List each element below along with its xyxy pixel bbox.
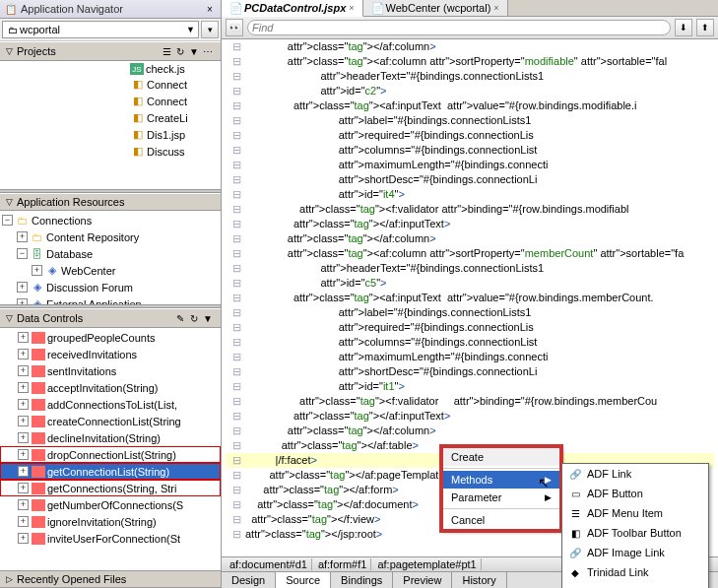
code-line[interactable]: ⊟ attr">maximumLength="#{bindings.connec…	[226, 350, 714, 364]
close-icon[interactable]: ×	[493, 3, 498, 13]
code-line[interactable]: ⊟ attr">maximumLength="#{bindings.connec…	[226, 158, 714, 172]
tree-item[interactable]: +◈External Application	[0, 295, 221, 304]
submenu-item[interactable]: 🔗ADF Image Link	[562, 543, 708, 562]
code-line[interactable]: ⊟ attr">class="tag"></af:inputText>	[226, 409, 714, 424]
expander-icon[interactable]: +	[18, 365, 29, 376]
code-line[interactable]: ⊟ attr">label="#{bindings.connectionList…	[226, 305, 714, 320]
data-control-item[interactable]: +createConnectionList(String	[0, 413, 221, 429]
code-line[interactable]: ⊟ attr">class="tag"><af:column attr">sor…	[226, 246, 714, 261]
app-resources-header[interactable]: ▽ Application Resources	[0, 193, 221, 211]
code-line[interactable]: ⊟ attr">columns="#{bindings.connectionLi…	[226, 143, 714, 158]
close-icon[interactable]: ×	[349, 3, 354, 13]
expander-icon[interactable]: −	[2, 215, 13, 226]
data-control-item[interactable]: +acceptInvitation(String)	[0, 379, 221, 396]
submenu-item[interactable]: ▭Trinidad Button	[562, 582, 708, 588]
close-icon[interactable]: ×	[203, 2, 217, 16]
data-controls-header[interactable]: ▽ Data Controls ✎ ↻ ▼	[0, 308, 221, 328]
data-control-item[interactable]: +ignoreInvitation(String)	[0, 513, 221, 530]
expander-icon[interactable]: +	[18, 399, 29, 410]
code-line[interactable]: ⊟ attr">class="tag"><f:validator attr">b…	[226, 394, 714, 409]
code-line[interactable]: ⊟ attr">class="tag"></af:inputText>	[226, 217, 714, 231]
data-control-item[interactable]: +getNumberOfConnections(S	[0, 496, 221, 513]
data-control-item[interactable]: +getConnections(String, Stri	[0, 480, 221, 496]
editor-tab[interactable]: 📄PCDataControl.jspx×	[222, 0, 363, 17]
path-segment[interactable]: af:pagetemplate#pt1	[373, 558, 481, 570]
app-resources-tree[interactable]: −🗀Connections+🗀Content Repository−🗄Datab…	[0, 211, 221, 304]
refresh-icon[interactable]: ↻	[187, 311, 201, 325]
view-tab-history[interactable]: History	[452, 572, 506, 588]
projects-tree[interactable]: JScheck.js◧Connect◧Connect◧CreateLi◧Dis1…	[0, 61, 221, 189]
view-tab-bindings[interactable]: Bindings	[331, 572, 393, 588]
tree-item[interactable]: ◧CreateLi	[0, 109, 221, 126]
data-controls-tree[interactable]: +groupedPeopleCounts+receivedInvitations…	[0, 328, 221, 570]
tree-item[interactable]: ◧Connect	[0, 76, 221, 93]
expander-icon[interactable]: +	[17, 231, 28, 242]
data-control-item[interactable]: +groupedPeopleCounts	[0, 329, 221, 346]
refresh-icon[interactable]: ↻	[173, 44, 187, 58]
expander-icon[interactable]: +	[18, 483, 29, 493]
code-line[interactable]: ⊟ attr">class="tag"></af:column>	[226, 231, 714, 246]
tree-item[interactable]: ◧Connect	[0, 93, 221, 109]
find-input[interactable]	[252, 22, 666, 33]
funnel-icon[interactable]: ▼	[187, 44, 201, 58]
tree-item[interactable]: ◧Discuss	[0, 143, 221, 160]
view-tab-source[interactable]: Source	[276, 572, 331, 588]
view-tab-design[interactable]: Design	[222, 572, 276, 588]
code-line[interactable]: ⊟ attr">label="#{bindings.connectionList…	[226, 113, 714, 128]
nav-up-icon[interactable]: ⬆	[696, 19, 714, 36]
expander-icon[interactable]: +	[18, 382, 29, 393]
expander-icon[interactable]: +	[18, 533, 29, 544]
data-control-item[interactable]: +declineInvitation(String)	[0, 429, 221, 446]
code-line[interactable]: ⊟ attr">required="#{bindings.connectionL…	[226, 320, 714, 335]
expander-icon[interactable]: −	[17, 248, 28, 259]
tree-item[interactable]: +◈Discussion Forum	[0, 279, 221, 295]
submenu-item[interactable]: ◆Trinidad Link	[562, 562, 708, 582]
code-line[interactable]: ⊟ attr">id="it4">	[226, 187, 714, 202]
app-dropdown-icon[interactable]: 🗀	[6, 23, 20, 36]
expander-icon[interactable]: +	[18, 332, 29, 343]
submenu-item[interactable]: 🔗ADF Link	[562, 464, 708, 484]
view-tab-preview[interactable]: Preview	[393, 572, 452, 588]
ctx-cancel[interactable]: Cancel	[443, 511, 559, 529]
data-control-item[interactable]: +dropConnectionList(String)	[0, 446, 221, 463]
code-line[interactable]: ⊟ attr">headerText="#{bindings.connectio…	[226, 69, 714, 84]
data-control-item[interactable]: +sentInvitations	[0, 362, 221, 379]
projects-header[interactable]: ▽ Projects ☰ ↻ ▼ ⋯	[0, 41, 221, 61]
code-line[interactable]: ⊟ attr">id="c2">	[226, 84, 714, 98]
code-line[interactable]: ⊟ attr">shortDesc="#{bindings.connection…	[226, 364, 714, 379]
code-line[interactable]: ⊟ attr">class="tag"><af:inputText attr">…	[226, 98, 714, 113]
submenu-item[interactable]: ◧ADF Toolbar Button	[562, 523, 708, 543]
new-app-icon[interactable]: ▾	[201, 21, 219, 38]
code-line[interactable]: ⊟ attr">required="#{bindings.connectionL…	[226, 128, 714, 143]
path-segment[interactable]: af:form#f1	[314, 558, 372, 570]
expander-icon[interactable]: +	[18, 432, 29, 443]
data-control-item[interactable]: +receivedInvitations	[0, 346, 221, 362]
code-line[interactable]: ⊟ attr">class="tag"></af:column>	[226, 39, 714, 54]
editor-tab[interactable]: 📄WebCenter (wcportal)×	[363, 0, 508, 16]
data-control-item[interactable]: +inviteUserForConnection(St	[0, 530, 221, 547]
submenu-item[interactable]: ▭ADF Button	[562, 484, 708, 503]
chevron-down-icon[interactable]: ▼	[186, 25, 195, 34]
tree-item[interactable]: +◈WebCenter	[0, 262, 221, 279]
expander-icon[interactable]: +	[32, 265, 42, 276]
menu-icon[interactable]: ⋯	[201, 44, 215, 58]
search-input[interactable]	[20, 24, 186, 35]
expander-icon[interactable]: +	[18, 516, 29, 527]
data-control-item[interactable]: +addConnectionsToList(List,	[0, 396, 221, 413]
app-search-field[interactable]: 🗀 ▼	[2, 21, 199, 38]
ctx-item[interactable]: Methods▶	[443, 471, 559, 489]
code-line[interactable]: ⊟ attr">headerText="#{bindings.connectio…	[226, 261, 714, 276]
tree-item[interactable]: −🗄Database	[0, 245, 221, 262]
data-control-item[interactable]: +getConnectionList(String)	[0, 463, 221, 480]
code-line[interactable]: ⊟ attr">shortDesc="#{bindings.connection…	[226, 172, 714, 187]
nav-down-icon[interactable]: ⬇	[675, 19, 692, 36]
filter-icon[interactable]: ☰	[160, 44, 173, 58]
code-line[interactable]: ⊟ attr">id="it1">	[226, 379, 714, 394]
code-line[interactable]: ⊟ attr">class="tag"><af:inputText attr">…	[226, 291, 714, 305]
tree-item[interactable]: ◧Dis1.jsp	[0, 126, 221, 143]
path-segment[interactable]: af:document#d1	[226, 558, 312, 570]
tree-item[interactable]: −🗀Connections	[0, 212, 221, 229]
expander-icon[interactable]: +	[18, 449, 29, 460]
expander-icon[interactable]: +	[18, 349, 29, 359]
code-line[interactable]: ⊟ attr">columns="#{bindings.connectionLi…	[226, 335, 714, 350]
